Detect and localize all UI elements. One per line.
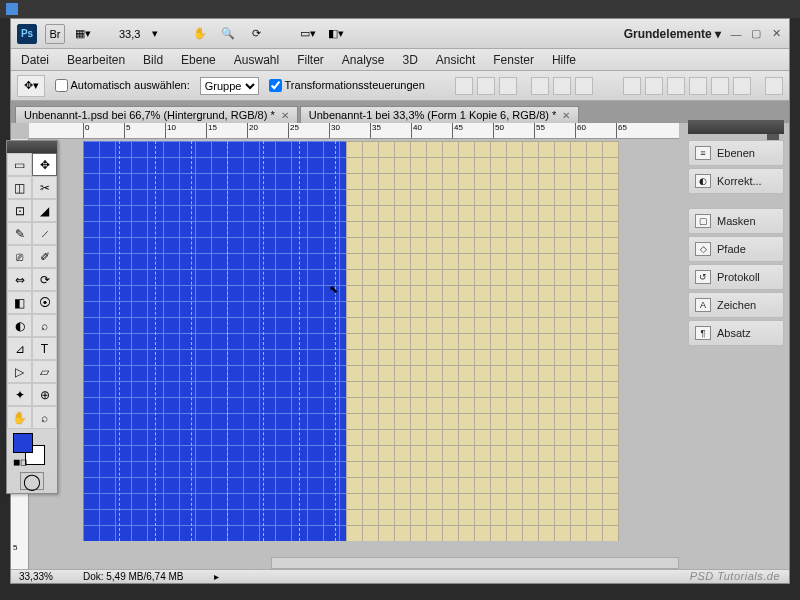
- menu-ebene[interactable]: Ebene: [181, 53, 216, 67]
- tool-20[interactable]: ✦: [7, 383, 32, 406]
- canvas-tan-region: [346, 141, 619, 541]
- workspace-switcher[interactable]: Grundelemente ▾: [624, 27, 721, 41]
- screen-mode-icon[interactable]: ▭▾: [298, 24, 318, 44]
- panel-adjust[interactable]: ◐Korrekt...: [688, 168, 784, 194]
- panel-char[interactable]: AZeichen: [688, 292, 784, 318]
- status-doc[interactable]: Dok: 5,49 MB/6,74 MB: [83, 571, 184, 582]
- doc-arrange-icon[interactable]: ◧▾: [326, 24, 346, 44]
- align-vcenter-icon[interactable]: [477, 77, 495, 95]
- toolbox: ▭✥◫✂⊡◢✎⟋⎚✐⇔⟳◧⦿◐⌕⊿T▷▱✦⊕✋⌕ ◼◻ ◯: [6, 140, 58, 494]
- close-tab-icon[interactable]: ✕: [562, 110, 570, 121]
- distribute-1-icon[interactable]: [623, 77, 641, 95]
- zoom-dropdown-icon[interactable]: ▾: [152, 27, 158, 40]
- panel-history[interactable]: ↺Protokoll: [688, 264, 784, 290]
- options-bar: ✥▾ Automatisch auswählen: GruppeEbene Tr…: [11, 71, 789, 101]
- default-colors-icon[interactable]: ◼◻: [13, 457, 27, 467]
- auto-select-target[interactable]: GruppeEbene: [200, 77, 259, 95]
- zoom-value[interactable]: 33,3: [115, 27, 144, 41]
- transform-controls-checkbox[interactable]: Transformationssteuerungen: [269, 79, 425, 93]
- distribute-2-icon[interactable]: [645, 77, 663, 95]
- canvas[interactable]: ⬉: [83, 141, 619, 541]
- cursor-icon: ⬉: [329, 283, 338, 296]
- tool-11[interactable]: ⟳: [32, 268, 57, 291]
- tool-2[interactable]: ◫: [7, 176, 32, 199]
- menu-datei[interactable]: Datei: [21, 53, 49, 67]
- minimize-button[interactable]: —: [729, 27, 743, 41]
- bridge-icon[interactable]: Br: [45, 24, 65, 44]
- panel-para[interactable]: ¶Absatz: [688, 320, 784, 346]
- close-tab-icon[interactable]: ✕: [281, 110, 289, 121]
- ruler-horizontal[interactable]: 05101520253035404550556065: [29, 123, 679, 139]
- tool-16[interactable]: ⊿: [7, 337, 32, 360]
- tool-0[interactable]: ▭: [7, 153, 32, 176]
- tool-18[interactable]: ▷: [7, 360, 32, 383]
- hand-tool-icon[interactable]: ✋: [190, 24, 210, 44]
- menu-filter[interactable]: Filter: [297, 53, 324, 67]
- panel-dock: ≡Ebenen◐Korrekt...▢Masken◇Pfade↺Protokol…: [688, 120, 784, 348]
- ps-icon[interactable]: Ps: [17, 24, 37, 44]
- status-arrow-icon[interactable]: ▸: [214, 571, 219, 582]
- tool-7[interactable]: ⟋: [32, 222, 57, 245]
- color-swatches: ◼◻: [7, 429, 57, 469]
- tool-6[interactable]: ✎: [7, 222, 32, 245]
- toolbox-header[interactable]: [7, 141, 57, 153]
- maximize-button[interactable]: ▢: [749, 27, 763, 41]
- distribute-3-icon[interactable]: [667, 77, 685, 95]
- quick-mask-button[interactable]: ◯: [20, 472, 44, 490]
- tool-8[interactable]: ⎚: [7, 245, 32, 268]
- tool-10[interactable]: ⇔: [7, 268, 32, 291]
- rotate-view-icon[interactable]: ⟳: [246, 24, 266, 44]
- panel-dock-header[interactable]: [688, 120, 784, 134]
- align-buttons: [455, 77, 593, 95]
- tool-12[interactable]: ◧: [7, 291, 32, 314]
- foreground-color-swatch[interactable]: [13, 433, 33, 453]
- menu-auswahl[interactable]: Auswahl: [234, 53, 279, 67]
- status-bar: 33,33% Dok: 5,49 MB/6,74 MB ▸: [11, 569, 789, 583]
- distribute-4-icon[interactable]: [689, 77, 707, 95]
- document-tab[interactable]: Unbenannt-1 bei 33,3% (Form 1 Kopie 6, R…: [300, 106, 580, 123]
- menu-hilfe[interactable]: Hilfe: [552, 53, 576, 67]
- tool-14[interactable]: ◐: [7, 314, 32, 337]
- tool-5[interactable]: ◢: [32, 199, 57, 222]
- menu-bearbeiten[interactable]: Bearbeiten: [67, 53, 125, 67]
- menu-analyse[interactable]: Analyse: [342, 53, 385, 67]
- mask-icon: ▢: [695, 214, 711, 228]
- tool-9[interactable]: ✐: [32, 245, 57, 268]
- tool-4[interactable]: ⊡: [7, 199, 32, 222]
- app-logo-icon: [6, 3, 18, 15]
- zoom-tool-icon[interactable]: 🔍: [218, 24, 238, 44]
- status-zoom[interactable]: 33,33%: [19, 571, 53, 582]
- panel-mask[interactable]: ▢Masken: [688, 208, 784, 234]
- arrange-docs-icon[interactable]: ▦▾: [73, 24, 93, 44]
- menu-3d[interactable]: 3D: [403, 53, 418, 67]
- menu-ansicht[interactable]: Ansicht: [436, 53, 475, 67]
- align-top-icon[interactable]: [455, 77, 473, 95]
- tool-1[interactable]: ✥: [32, 153, 57, 176]
- auto-align-icon[interactable]: [765, 77, 783, 95]
- tool-19[interactable]: ▱: [32, 360, 57, 383]
- align-hcenter-icon[interactable]: [553, 77, 571, 95]
- tool-22[interactable]: ✋: [7, 406, 32, 429]
- tool-15[interactable]: ⌕: [32, 314, 57, 337]
- app-frame: Ps Br ▦▾ 33,3 ▾ ✋ 🔍 ⟳ ▭▾ ◧▾ Grundelement…: [10, 18, 790, 584]
- tool-13[interactable]: ⦿: [32, 291, 57, 314]
- current-tool-icon[interactable]: ✥▾: [17, 75, 45, 97]
- menu-bild[interactable]: Bild: [143, 53, 163, 67]
- scrollbar-horizontal[interactable]: [271, 557, 679, 569]
- align-bottom-icon[interactable]: [499, 77, 517, 95]
- tool-23[interactable]: ⌕: [32, 406, 57, 429]
- tool-21[interactable]: ⊕: [32, 383, 57, 406]
- tool-17[interactable]: T: [32, 337, 57, 360]
- document-tab[interactable]: Unbenannt-1.psd bei 66,7% (Hintergrund, …: [15, 106, 298, 123]
- auto-select-checkbox[interactable]: Automatisch auswählen:: [55, 79, 190, 93]
- close-button[interactable]: ✕: [769, 27, 783, 41]
- panel-paths[interactable]: ◇Pfade: [688, 236, 784, 262]
- menu-fenster[interactable]: Fenster: [493, 53, 534, 67]
- align-left-icon[interactable]: [531, 77, 549, 95]
- align-right-icon[interactable]: [575, 77, 593, 95]
- panel-layers[interactable]: ≡Ebenen: [688, 140, 784, 166]
- tool-3[interactable]: ✂: [32, 176, 57, 199]
- distribute-5-icon[interactable]: [711, 77, 729, 95]
- menu-bar: DateiBearbeitenBildEbeneAuswahlFilterAna…: [11, 49, 789, 71]
- distribute-6-icon[interactable]: [733, 77, 751, 95]
